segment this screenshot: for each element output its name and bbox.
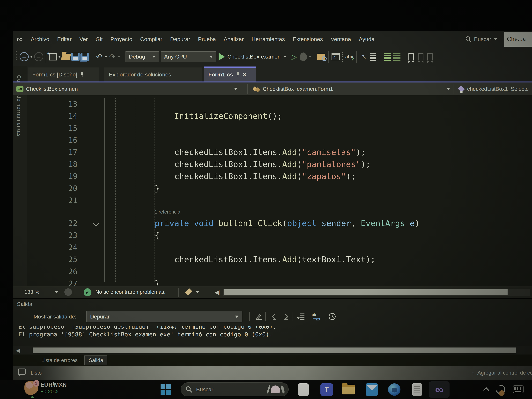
tab-form1-designer[interactable]: Form1.cs [Diseño] (28, 68, 99, 82)
output-source-dropdown[interactable]: Depurar (86, 311, 242, 322)
tab-solution-explorer[interactable]: Explorador de soluciones (104, 68, 202, 82)
menu-item-ayuda[interactable]: Ayuda (355, 34, 378, 45)
start-without-debugging-button[interactable]: ▷ (289, 52, 299, 61)
code-editor[interactable]: 1314 InitializeComponent();151617 checke… (27, 95, 532, 286)
new-project-caret-icon[interactable] (58, 56, 61, 57)
code-cleanup-caret-icon[interactable] (196, 291, 200, 293)
menu-item-analizar[interactable]: Analizar (220, 34, 248, 45)
code-line[interactable]: 15 (27, 122, 532, 134)
solution-platform-dropdown[interactable]: Any CPU (161, 51, 216, 62)
menu-item-ventana[interactable]: Ventana (327, 34, 355, 45)
comment-lines-button[interactable] (383, 52, 392, 61)
redo-caret-icon[interactable] (117, 56, 120, 57)
add-to-source-control[interactable]: ↑ Agregar al control de código (472, 370, 532, 376)
menu-item-archivo[interactable]: Archivo (27, 34, 53, 45)
peek-definition-button[interactable] (368, 52, 378, 61)
menu-item-proyecto[interactable]: Proyecto (107, 34, 136, 45)
navigate-back-caret-icon[interactable] (30, 56, 33, 57)
menu-item-editar[interactable]: Editar (53, 34, 76, 45)
code-cleanup-icon[interactable] (185, 288, 192, 296)
hot-reload-button[interactable] (299, 52, 308, 61)
menu-item-prueba[interactable]: Prueba (194, 34, 220, 45)
go-to-definition-button[interactable]: ↖ (359, 52, 368, 61)
app-icon-edge[interactable] (388, 383, 400, 396)
app-icon-visual-studio-active[interactable]: ∞ (429, 381, 450, 398)
taskbar-search[interactable]: Buscar (181, 382, 289, 396)
start-debugging-button[interactable]: ChecklistBox examen (219, 53, 287, 61)
pin-icon[interactable] (236, 72, 239, 77)
uncomment-lines-button[interactable] (392, 52, 402, 61)
new-project-button[interactable] (48, 52, 58, 61)
clear-all-icon[interactable] (297, 312, 306, 321)
code-line[interactable]: 17 checkedListBox1.Items.Add("camisetas"… (27, 146, 532, 158)
solution-explorer-sync-button[interactable] (331, 52, 340, 61)
project-caret-icon[interactable] (234, 88, 237, 90)
codelens-references[interactable]: 1 referencia (27, 207, 532, 217)
code-line[interactable]: 27 } (27, 278, 532, 286)
save-all-button[interactable] (80, 52, 90, 61)
menu-item-ver[interactable]: Ver (76, 34, 92, 45)
code-line[interactable]: 25 checkedListBox1.Items.Add(textBox1.Te… (27, 253, 532, 266)
app-icon-teams[interactable]: T (320, 383, 333, 396)
menu-item-git[interactable]: Git (92, 34, 107, 45)
previous-message-icon[interactable] (270, 312, 279, 321)
search-control[interactable]: Buscar (465, 36, 497, 42)
code-line[interactable]: 24 (27, 241, 532, 253)
redo-button[interactable]: ↷ (108, 52, 117, 61)
tab-form1-code[interactable]: Form1.cs × (204, 66, 256, 82)
visual-studio-logo-icon[interactable]: ∞ (17, 34, 23, 44)
app-icon-file-explorer[interactable] (342, 383, 355, 396)
code-line[interactable]: 21 (27, 194, 532, 207)
find-in-files-button[interactable] (317, 52, 326, 61)
collapse-chevron-icon[interactable] (93, 221, 99, 227)
code-line[interactable]: 16 (27, 134, 532, 146)
toggle-bookmark-button[interactable] (406, 52, 416, 61)
feedback-bubble-icon[interactable] (18, 368, 26, 375)
navigate-back-button[interactable]: ← (19, 52, 29, 61)
health-check-icon[interactable]: ✓ (84, 288, 91, 296)
menu-item-extensiones[interactable]: Extensiones (289, 34, 327, 45)
code-line[interactable]: 23 { (27, 229, 532, 241)
member-dropdown[interactable]: checkedListBox1_Selecte (458, 82, 532, 95)
pin-icon[interactable] (81, 72, 83, 77)
app-icon-widgets[interactable] (298, 383, 309, 396)
type-dropdown[interactable]: ChecklistBox_examen.Form1 (253, 82, 445, 95)
tray-sync-icon[interactable] (494, 383, 507, 396)
previous-bookmark-button[interactable] (416, 52, 425, 61)
scroll-left-arrow-icon[interactable]: ◀ (16, 347, 20, 354)
start-button[interactable] (161, 384, 171, 395)
word-wrap-icon[interactable]: ab (312, 312, 321, 321)
code-line[interactable]: 19 checkedListBox1.Items.Add("zapatos"); (27, 170, 532, 182)
solution-configuration-dropdown[interactable]: Debug (126, 51, 159, 62)
close-icon[interactable]: × (243, 71, 247, 78)
live-share-icon[interactable] (64, 288, 72, 296)
code-line[interactable]: 26 (27, 266, 532, 278)
project-dropdown[interactable]: C# ChecklistBox examen (16, 82, 233, 95)
timestamp-clock-icon[interactable] (328, 312, 337, 321)
type-caret-icon[interactable] (447, 88, 450, 90)
navigate-forward-button[interactable]: → (34, 52, 43, 61)
scrollbar-thumb[interactable] (224, 289, 507, 295)
undo-button[interactable]: ↶ (95, 52, 104, 61)
app-icon-mail[interactable] (366, 383, 378, 396)
tab-error-list[interactable]: Lista de errores (38, 355, 82, 365)
toolbar-drag-handle[interactable] (16, 51, 17, 62)
toolbox-side-tab[interactable]: Cuadro de herramientas (13, 66, 27, 286)
code-line[interactable]: 18 checkedListBox1.Items.Add("pantalones… (27, 158, 532, 170)
scrollbar-thumb[interactable] (33, 348, 516, 353)
code-line[interactable]: 13 (27, 98, 532, 110)
zoom-level-dropdown[interactable]: 133 % (25, 289, 39, 295)
editor-horizontal-scrollbar[interactable] (223, 289, 530, 296)
zoom-caret-icon[interactable] (55, 291, 58, 293)
menu-item-depurar[interactable]: Depurar (166, 34, 194, 45)
undo-caret-icon[interactable] (104, 56, 107, 57)
next-bookmark-button[interactable] (425, 52, 435, 61)
panel-horizontal-scrollbar[interactable]: ◀ (13, 346, 532, 355)
find-message-icon[interactable] (254, 312, 263, 321)
menu-item-compilar[interactable]: Compilar (136, 34, 166, 45)
menu-item-herramientas[interactable]: Herramientas (247, 34, 289, 45)
taskbar-widget[interactable]: 1 EUR/MXN +0.20% (25, 381, 67, 395)
scroll-left-arrow-icon[interactable]: ◀ (215, 289, 219, 296)
save-button[interactable] (71, 52, 80, 61)
tab-output[interactable]: Salida (84, 355, 108, 365)
